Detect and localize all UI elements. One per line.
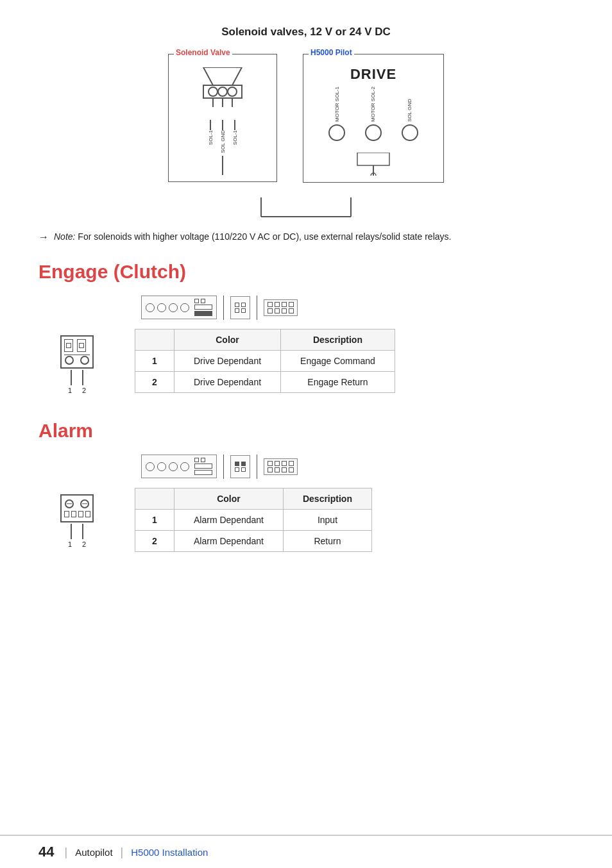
alarm-rdot-3 <box>235 467 239 472</box>
engage-rect-top <box>235 303 246 307</box>
engage-row-desc: Engage Command <box>281 350 395 371</box>
alarm-rdot-2 <box>241 462 246 466</box>
alarm-sq-4 <box>289 461 294 466</box>
note-arrow: → <box>38 231 49 243</box>
footer-title: Autopilot <box>75 847 112 858</box>
engage-circles <box>146 303 189 312</box>
engage-plug-circle-2 <box>80 356 89 365</box>
engage-sq-1 <box>268 302 273 307</box>
engage-dot-1 <box>194 299 199 303</box>
engage-plug-circles-row <box>65 356 89 365</box>
alarm-rdot-1 <box>235 462 239 466</box>
h5000-pin-3: SOL GND <box>407 87 412 122</box>
alarm-sq-row-1 <box>268 461 294 466</box>
engage-plug-pin-inner-1 <box>66 343 71 348</box>
engage-plug-pin-1 <box>64 339 73 352</box>
h5000-circle-1 <box>328 124 345 141</box>
alarm-table-row: 1 Alarm Dependant Input <box>135 509 372 530</box>
engage-plug-body <box>60 335 94 369</box>
svg-point-2 <box>208 87 217 96</box>
alarm-plug-pin-line-2 <box>82 524 83 539</box>
alarm-pin-num-1: 1 <box>68 540 72 548</box>
connection-line-svg <box>216 194 396 220</box>
engage-conn-box-3 <box>264 299 298 316</box>
engage-connector-diagrams <box>141 296 574 320</box>
engage-rdot-4 <box>241 308 246 313</box>
engage-table-col1: Color <box>174 329 281 350</box>
engage-plug-pin-inner-2 <box>79 343 84 348</box>
engage-plug-pin-line-1 <box>71 370 72 385</box>
valve-svg <box>191 67 255 119</box>
engage-plug-left: 1 2 <box>38 329 115 394</box>
engage-plug-circle-1 <box>65 356 74 365</box>
alarm-plug-pin-line-1 <box>71 524 72 539</box>
alarm-plug-pins-bottom <box>71 524 83 539</box>
engage-pin-num-1: 1 <box>68 387 72 394</box>
alarm-sq-row-2 <box>268 467 294 472</box>
svg-point-3 <box>218 87 227 96</box>
alarm-circle-3 <box>169 462 178 471</box>
svg-point-4 <box>228 87 237 96</box>
engage-plug-pin-line-2 <box>82 370 83 385</box>
engage-circle-4 <box>180 303 189 312</box>
footer-separator: | <box>64 846 67 859</box>
engage-rdot-2 <box>241 303 246 307</box>
alarm-dot-2 <box>201 458 205 462</box>
engage-circle-3 <box>169 303 178 312</box>
engage-plug: 1 2 <box>60 335 94 394</box>
engage-table: Color Description 1 Drive Dependant Enga… <box>135 329 395 393</box>
engage-sq-4 <box>289 302 294 307</box>
alarm-conn-box-3 <box>264 458 298 475</box>
engage-row-num: 2 <box>135 371 174 392</box>
alarm-dot-1 <box>194 458 199 462</box>
alarm-rect-group-inner <box>235 462 246 472</box>
alarm-plug: 1 2 <box>60 494 94 548</box>
note-italic: Note: <box>54 231 75 242</box>
h5000-circle-3 <box>402 124 418 141</box>
engage-section-content: 1 2 Color Description <box>38 329 574 394</box>
page-title: Solenoid valves, 12 V or 24 V DC <box>38 26 574 38</box>
note-text: Note: Note: For solenoids with higher vo… <box>54 231 451 242</box>
engage-sq-2 <box>275 302 280 307</box>
alarm-pin-num-2: 2 <box>82 540 86 548</box>
alarm-plug-left: 1 2 <box>38 488 115 548</box>
alarm-screw-2 <box>80 499 89 508</box>
engage-conn-box-2 <box>230 296 250 319</box>
alarm-rect-2 <box>194 470 212 475</box>
engage-row-color: Drive Dependant <box>174 350 281 371</box>
engage-rdot-1 <box>235 303 239 307</box>
engage-sq-row-1 <box>268 302 294 307</box>
engage-heading: Engage (Clutch) <box>38 261 574 283</box>
engage-table-row: 1 Drive Dependant Engage Command <box>135 350 395 371</box>
engage-sq-row-2 <box>268 308 294 313</box>
engage-plug-pins-bottom <box>71 370 83 385</box>
engage-rect-bottom <box>235 308 246 313</box>
alarm-sq-5 <box>268 467 273 472</box>
alarm-connector-diagrams <box>141 455 574 479</box>
engage-sq-5 <box>268 308 273 313</box>
solenoid-diagram: Solenoid Valve <box>38 54 574 183</box>
alarm-heading: Alarm <box>38 420 574 442</box>
footer-subtitle: H5000 Installation <box>131 847 208 858</box>
engage-rect-1 <box>194 305 212 310</box>
valve-pin-label-3: SOL-1 <box>232 130 238 145</box>
alarm-term-1 <box>64 511 69 517</box>
h5000-drive: DRIVE <box>312 66 434 83</box>
alarm-sq-6 <box>275 467 280 472</box>
page: Solenoid valves, 12 V or 24 V DC Solenoi… <box>0 0 612 868</box>
alarm-dot-group <box>194 458 212 475</box>
alarm-sq-3 <box>282 461 287 466</box>
alarm-top-dots <box>194 458 212 462</box>
h5000-connector-svg <box>354 153 393 176</box>
engage-circle-1 <box>146 303 155 312</box>
alarm-table-col2: Description <box>283 488 371 509</box>
alarm-section: Alarm <box>38 420 574 552</box>
engage-row-color: Drive Dependant <box>174 371 281 392</box>
h5000-pilot-box: H5000 Pilot DRIVE MOTOR SOL-1 MOTOR SOL-… <box>303 54 444 183</box>
alarm-row-num: 2 <box>135 530 174 551</box>
alarm-term-4 <box>85 511 90 517</box>
alarm-row-desc: Return <box>283 530 371 551</box>
valve-pin-label-2: SOL GND <box>220 130 226 153</box>
alarm-table-wrap: Color Description 1 Alarm Dependant Inpu… <box>135 488 372 552</box>
solenoid-valve-box: Solenoid Valve <box>168 54 277 182</box>
